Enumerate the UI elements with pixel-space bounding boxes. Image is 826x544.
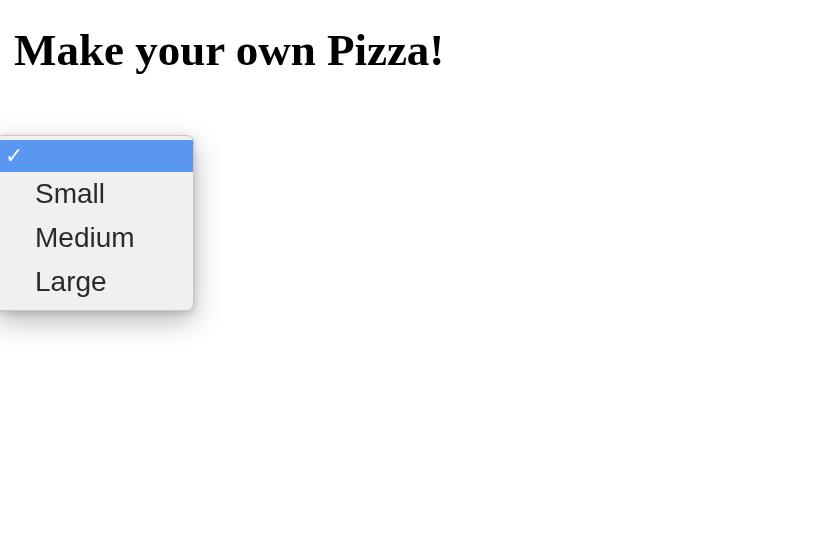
page-title: Make your own Pizza! (0, 0, 826, 76)
checkmark-icon: ✓ (5, 145, 23, 167)
size-option-label: Medium (35, 222, 135, 254)
size-option-blank[interactable]: ✓ (0, 140, 193, 172)
size-option-medium[interactable]: Medium (0, 216, 193, 260)
size-option-label: Large (35, 266, 107, 298)
size-option-label: Small (35, 178, 105, 210)
size-option-large[interactable]: Large (0, 260, 193, 304)
size-option-small[interactable]: Small (0, 172, 193, 216)
size-dropdown[interactable]: ✓ Small Medium Large (0, 135, 194, 311)
